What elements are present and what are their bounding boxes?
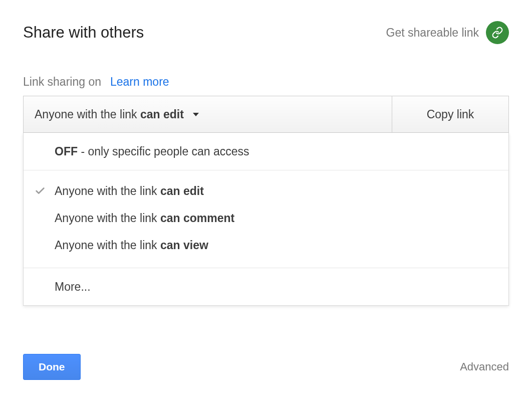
dropdown-selected-label: Anyone with the link can edit — [35, 108, 184, 121]
menu-item-can-view[interactable]: Anyone with the link can view — [24, 232, 508, 259]
done-button[interactable]: Done — [23, 354, 81, 380]
caret-down-icon — [193, 113, 199, 116]
dialog-title: Share with others — [23, 24, 144, 42]
dialog-header: Share with others Get shareable link — [23, 21, 509, 44]
link-sharing-status: Link sharing on — [23, 75, 101, 89]
link-controls-row: Anyone with the link can edit Copy link — [23, 96, 509, 133]
menu-item-can-edit[interactable]: Anyone with the link can edit — [24, 177, 508, 205]
link-icon — [486, 21, 509, 44]
copy-link-button[interactable]: Copy link — [392, 96, 508, 132]
shareable-link-label: Get shareable link — [386, 26, 479, 40]
menu-item-off[interactable]: OFF - only specific people can access — [24, 133, 508, 170]
menu-item-more[interactable]: More... — [24, 268, 508, 305]
menu-item-label: Anyone with the link can edit — [55, 184, 204, 198]
checkmark-icon — [35, 185, 46, 196]
get-shareable-link-button[interactable]: Get shareable link — [386, 21, 509, 44]
menu-item-label: Anyone with the link can view — [55, 239, 208, 252]
menu-item-label: OFF - only specific people can access — [55, 145, 249, 158]
advanced-link[interactable]: Advanced — [460, 360, 509, 373]
menu-item-can-comment[interactable]: Anyone with the link can comment — [24, 205, 508, 232]
check-slot — [35, 185, 55, 196]
menu-item-label: More... — [55, 280, 91, 294]
menu-item-label: Anyone with the link can comment — [55, 212, 234, 225]
menu-group-link-options: Anyone with the link can edit Anyone wit… — [24, 170, 508, 268]
share-dialog: Share with others Get shareable link Lin… — [0, 0, 532, 326]
link-permission-dropdown[interactable]: Anyone with the link can edit — [24, 96, 392, 132]
dialog-footer: Done Advanced — [23, 354, 509, 380]
permission-dropdown-menu: OFF - only specific people can access An… — [23, 133, 509, 306]
learn-more-link[interactable]: Learn more — [110, 75, 169, 89]
link-sharing-status-row: Link sharing on Learn more — [23, 75, 509, 89]
